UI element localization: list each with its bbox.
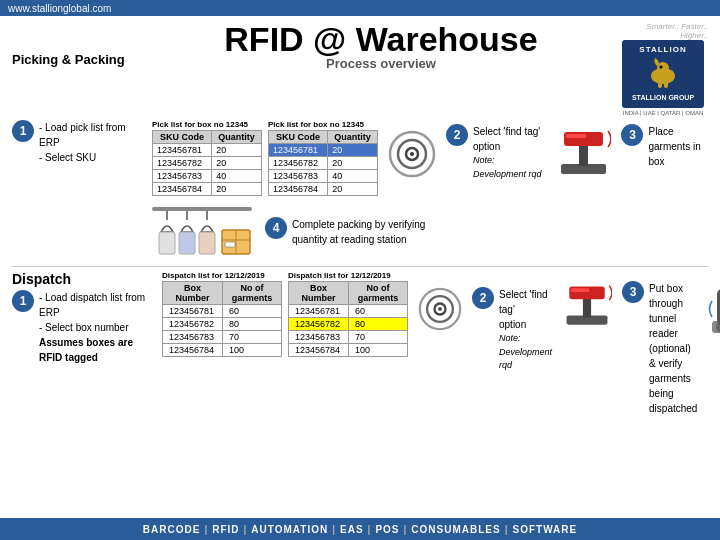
step3-text: Place garments in box: [648, 124, 708, 169]
tunnel-image: [707, 281, 720, 345]
table-row: 123456781: [163, 305, 223, 318]
dispatch-table-2: Dispatch list for 12/12/2019 Box Number …: [288, 271, 408, 357]
website-url: www.stallionglobal.com: [8, 3, 111, 14]
table-row: 70: [222, 331, 281, 344]
table-row: 80: [348, 318, 407, 331]
dispatch-table-2-title: Dispatch list for 12/12/2019: [288, 271, 408, 280]
pick-table-1-col2: Quantity: [212, 131, 262, 144]
dispatch-table-1-col1: Box Number: [163, 282, 223, 305]
svg-rect-23: [225, 242, 235, 247]
table-row: 60: [348, 305, 407, 318]
svg-point-8: [410, 152, 414, 156]
table-row: 40: [328, 170, 378, 183]
dispatch-step2-line1: Select 'find tag': [499, 287, 552, 317]
table-row: 123456781: [269, 144, 328, 157]
svg-rect-2: [658, 80, 662, 88]
step2-note: Note: Development rqd: [473, 154, 546, 181]
svg-rect-17: [179, 232, 195, 254]
dispatch-step2-line2: option: [499, 317, 552, 332]
pick-table-2: Pick list for box no 12345 SKU Code Quan…: [268, 120, 378, 196]
pick-table-1-col1: SKU Code: [153, 131, 212, 144]
bottom-item-software: SOFTWARE: [513, 524, 578, 535]
dispatch-table-2-col2: No of garments: [348, 282, 407, 305]
pick-table-2-col1: SKU Code: [269, 131, 328, 144]
bottom-item-automation: AUTOMATION: [251, 524, 328, 535]
table-row: 123456783: [163, 331, 223, 344]
table-row: 60: [222, 305, 281, 318]
svg-rect-12: [566, 134, 586, 138]
dispatch-rfid-icon: [418, 287, 462, 335]
logo-tagline: Smarter.. Faster.. Higher..: [646, 22, 708, 40]
table-row: 123456782: [289, 318, 349, 331]
logo-horse-icon: [643, 56, 683, 92]
dispatch-title: Dispatch: [12, 271, 152, 287]
pp-step1: 1 - Load pick list from ERP - Select SKU: [12, 120, 142, 165]
garments-image: [147, 202, 257, 262]
pick-table-1: Pick list for box no 12345 SKU Code Quan…: [152, 120, 262, 196]
step2-line1: Select 'find tag' option: [473, 124, 546, 154]
table-row: 123456781: [289, 305, 349, 318]
dispatch-rfid-reader-image: [562, 281, 612, 335]
table-row: 123456784: [163, 344, 223, 357]
dispatch-step2: 2 Select 'find tag' option Note: Develop…: [472, 287, 552, 373]
step1-line1: - Load pick list from ERP: [39, 120, 142, 150]
table-row: 20: [212, 144, 262, 157]
table-row: 20: [328, 183, 378, 196]
divider: [12, 266, 708, 267]
top-bar: www.stallionglobal.com: [0, 0, 720, 16]
pick-table-2-title: Pick list for box no 12345: [268, 120, 378, 129]
svg-point-27: [438, 307, 442, 311]
dispatch-step1-line2: - Select box number: [39, 320, 152, 335]
step1-line2: - Select SKU: [39, 150, 142, 165]
bottom-item-barcode: BARCODE: [143, 524, 201, 535]
table-row: 123456784: [289, 344, 349, 357]
pick-table-1-title: Pick list for box no 12345: [152, 120, 262, 129]
table-row: 20: [328, 144, 378, 157]
step4-badge: 4: [265, 217, 287, 239]
dispatch-step2-line4: rqd: [499, 359, 552, 373]
svg-rect-10: [579, 144, 588, 166]
rfid-reader-image: [556, 126, 611, 181]
logo-area: Smarter.. Faster.. Higher.. STALLION STA…: [618, 22, 708, 116]
table-row: 123456783: [153, 170, 212, 183]
svg-rect-13: [152, 207, 252, 211]
pp-step3: 3 Place garments in box: [621, 124, 708, 169]
bottom-bar: BARCODE | RFID | AUTOMATION | EAS | POS …: [0, 518, 720, 540]
dispatch-step2-badge: 2: [472, 287, 494, 309]
step2-badge: 2: [446, 124, 468, 146]
table-row: 123456784: [269, 183, 328, 196]
dispatch-step1-line1: - Load dispatch list from ERP: [39, 290, 152, 320]
table-row: 40: [212, 170, 262, 183]
table-row: 20: [212, 157, 262, 170]
table-row: 123456782: [153, 157, 212, 170]
dispatch-step1-line3: Assumes boxes are RFID tagged: [39, 335, 152, 365]
dispatch-table-1-title: Dispatch list for 12/12/2019: [162, 271, 282, 280]
table-row: 123456784: [153, 183, 212, 196]
logo-countries: INDIA | UAE | QATAR | OMAN: [623, 110, 703, 116]
svg-point-4: [660, 66, 663, 69]
dispatch-step3-badge: 3: [622, 281, 644, 303]
step1-badge: 1: [12, 120, 34, 142]
dispatch-tables: Dispatch list for 12/12/2019 Box Number …: [162, 271, 408, 357]
dispatch-table-1: Dispatch list for 12/12/2019 Box Number …: [162, 271, 282, 357]
dispatch-step3-text: Put box through tunnel reader (optional)…: [649, 281, 697, 416]
step3-badge: 3: [621, 124, 643, 146]
picking-packing-title: Picking & Packing: [12, 52, 152, 67]
pick-table-2-col2: Quantity: [328, 131, 378, 144]
main-title: RFID @ Warehouse: [152, 22, 610, 56]
pick-tables: Pick list for box no 12345 SKU Code Quan…: [152, 120, 378, 196]
svg-rect-31: [571, 288, 589, 292]
svg-rect-19: [199, 232, 215, 254]
table-row: 20: [328, 157, 378, 170]
logo-name: STALLION: [639, 45, 686, 54]
table-row: 123456783: [289, 331, 349, 344]
table-row: 100: [222, 344, 281, 357]
table-row: 20: [212, 183, 262, 196]
dispatch-step1-badge: 1: [12, 290, 34, 312]
bottom-item-pos: POS: [375, 524, 399, 535]
bottom-item-rfid: RFID: [212, 524, 239, 535]
step4-text: Complete packing by verifying quantity a…: [292, 217, 442, 247]
table-row: 100: [348, 344, 407, 357]
table-row: 123456782: [163, 318, 223, 331]
dispatch-table-1-col2: No of garments: [222, 282, 281, 305]
